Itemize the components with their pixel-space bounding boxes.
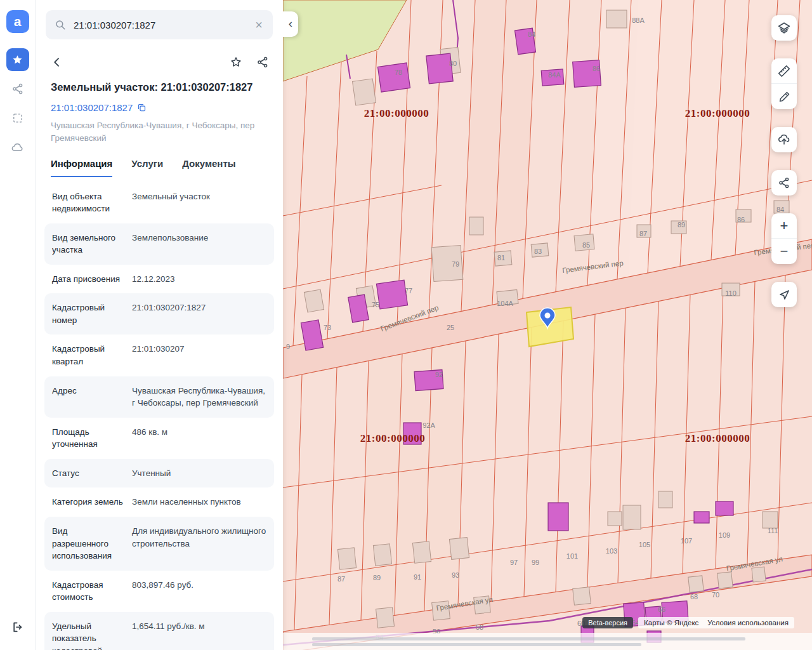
quarter-number-label: 21:00:000000 <box>364 107 429 119</box>
select-area-button[interactable] <box>6 107 29 129</box>
upload-button[interactable] <box>771 127 797 152</box>
pencil-icon <box>778 90 791 103</box>
ruler-icon <box>777 64 791 78</box>
parcel-number-label: 111 <box>768 527 778 534</box>
back-button[interactable] <box>51 56 63 69</box>
parcel-number-label: 84А <box>548 71 561 79</box>
info-row-value: 21:01:030207:1827 <box>132 302 206 326</box>
layers-icon <box>777 21 791 35</box>
favorite-star-button[interactable] <box>230 56 242 69</box>
parcel-number-label: 99 <box>532 559 539 566</box>
star-outline-icon <box>230 56 242 69</box>
map-attribution: Beta-версия Карты © Яндекс Условия испол… <box>582 617 794 628</box>
parcel-number-label: 86 <box>593 65 600 72</box>
info-row: Дата присвоения12.12.2023 <box>44 265 274 294</box>
parcel-number-label: 77 <box>405 287 412 295</box>
info-row-label: Статус <box>52 467 123 480</box>
parcel-number-label: 86 <box>737 216 745 223</box>
cadastral-link-row: 21:01:030207:1827 <box>51 102 268 113</box>
upload-cloud-icon <box>777 133 791 147</box>
info-row: Кадастровая стоимость803,897.46 руб. <box>44 571 274 612</box>
parcel-number-label: 66 <box>658 606 665 613</box>
info-row-label: Вид объекта недвижимости <box>52 190 123 215</box>
object-address: Чувашская Республика-Чувашия, г Чебоксар… <box>51 119 260 145</box>
parcel-number-label: 68 <box>690 593 698 600</box>
favorites-button[interactable] <box>6 48 29 71</box>
cadastral-map[interactable]: 21:00:00000021:00:00000021:00:00000021:0… <box>283 0 812 650</box>
page-title: Земельный участок: 21:01:030207:1827 <box>51 81 268 93</box>
info-row-value: 1,654.11 руб./кв. м <box>132 620 205 650</box>
app-logo[interactable]: a <box>6 10 29 33</box>
parcel-number-label: 75 <box>372 301 379 308</box>
tab-services[interactable]: Услуги <box>131 158 163 177</box>
app-logo-letter: a <box>14 14 22 29</box>
map-share-button[interactable] <box>771 170 797 196</box>
share-nodes-icon <box>778 176 790 189</box>
quarter-number-label: 21:00:000000 <box>360 432 425 444</box>
info-row: Вид земельного участкаЗемлепользование <box>44 223 274 265</box>
tab-documents[interactable]: Документы <box>182 158 235 177</box>
cadastral-number-link[interactable]: 21:01:030207:1827 <box>51 102 133 113</box>
info-row-label: Кадастровый квартал <box>52 343 123 368</box>
info-row-value: 21:01:030207 <box>132 343 185 368</box>
parcel-number-label: 87 <box>337 575 345 583</box>
share-button[interactable] <box>256 56 269 69</box>
share-nodes-icon <box>11 83 24 95</box>
cloud-button[interactable] <box>6 136 29 159</box>
parcel-number-label: 25 <box>447 324 454 331</box>
search-input[interactable] <box>72 19 247 31</box>
map-area[interactable]: 21:00:00000021:00:00000021:00:00000021:0… <box>283 0 812 650</box>
app-root: a <box>0 0 812 650</box>
parcel-number-label: 105 <box>639 541 650 548</box>
locate-button[interactable] <box>771 282 797 307</box>
logout-button[interactable] <box>6 616 29 639</box>
parcel-number-label: 104А <box>497 300 513 307</box>
terms-link[interactable]: Условия использования <box>707 619 789 627</box>
star-icon <box>11 54 23 66</box>
quarter-number-label: 21:00:000000 <box>685 107 750 119</box>
layers-button[interactable] <box>771 15 797 41</box>
parcel-number-label: 109 <box>719 531 730 539</box>
info-row: Вид разрешенного использованияДля индиви… <box>44 517 274 571</box>
info-row-value: Учтенный <box>132 467 171 480</box>
zoom-out-button[interactable]: − <box>771 239 797 264</box>
search-bar[interactable]: × <box>46 10 273 39</box>
share-nodes-button[interactable] <box>6 77 29 100</box>
locate-arrow-icon <box>778 288 791 302</box>
copy-icon[interactable] <box>137 103 147 112</box>
tab-information[interactable]: Информация <box>51 158 112 177</box>
parcel-number-label: 73 <box>324 324 331 331</box>
ruler-button[interactable] <box>771 58 797 84</box>
info-table: Вид объекта недвижимостиЗемельный участо… <box>44 182 274 650</box>
collapse-panel-button[interactable]: ‹ <box>283 11 298 37</box>
info-row-label: Вид земельного участка <box>52 232 123 256</box>
select-area-icon <box>11 112 24 124</box>
info-row: СтатусУчтенный <box>44 459 274 488</box>
logout-icon <box>11 621 24 633</box>
edit-button[interactable] <box>771 84 797 109</box>
quarter-number-label: 21:00:000000 <box>685 432 750 444</box>
clear-search-button[interactable]: × <box>254 18 264 31</box>
cloud-icon <box>11 141 24 154</box>
info-row-label: Категория земель <box>52 496 123 508</box>
parcel-number-label: 110 <box>725 289 737 297</box>
info-row: Вид объекта недвижимостиЗемельный участо… <box>44 182 274 223</box>
measure-edit-group <box>771 58 797 109</box>
share-icon <box>256 56 269 69</box>
info-row: Категория земельЗемли населенных пунктов <box>44 488 274 517</box>
tabs: ИнформацияУслугиДокументы <box>51 158 268 177</box>
parcel-number-label: 70 <box>712 591 719 599</box>
zoom-in-button[interactable]: + <box>771 213 797 239</box>
parcel-number-label: 97 <box>510 559 518 566</box>
info-row-value: Землепользование <box>132 232 208 256</box>
info-row: Удельный показатель кадастровой стоимост… <box>44 612 274 650</box>
map-copyright[interactable]: Карты © Яндекс <box>644 619 698 627</box>
info-row-value: 803,897.46 руб. <box>132 579 193 604</box>
info-row: АдресЧувашская Республика-Чувашия, г Чеб… <box>44 376 274 418</box>
parcel-number-label: 79 <box>452 260 459 268</box>
zoom-group: + − <box>771 213 797 264</box>
map-disclaimer <box>283 633 812 650</box>
back-chevron-icon <box>51 56 63 69</box>
parcel-number-label: 9 <box>286 343 290 350</box>
info-row-label: Удельный показатель кадастровой стоимост… <box>52 620 123 650</box>
